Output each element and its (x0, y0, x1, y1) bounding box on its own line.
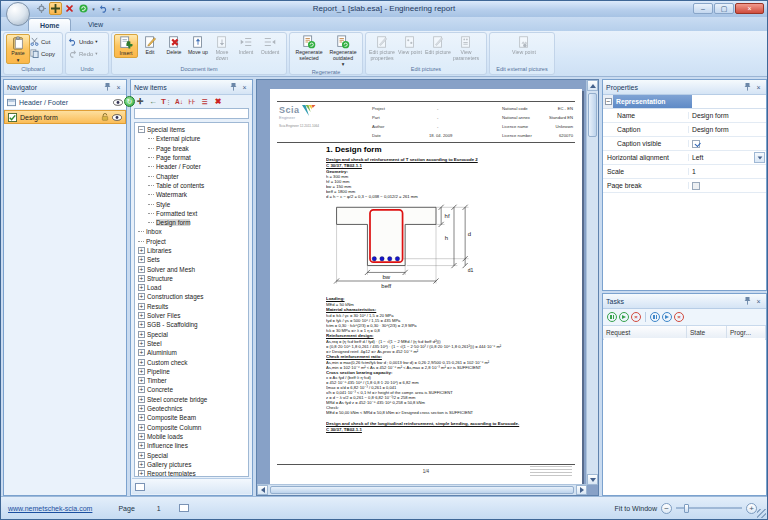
caption-visible-checkbox[interactable] (692, 140, 700, 148)
tree-item[interactable]: Watermark (135, 190, 248, 199)
sort-icon[interactable]: A↓ (174, 97, 184, 107)
tree-item[interactable]: +Influence lines (135, 441, 248, 450)
tree-item[interactable]: +Gallery pictures (135, 460, 248, 469)
pin-icon[interactable] (229, 83, 238, 92)
add-icon[interactable] (49, 2, 62, 15)
tree-item[interactable]: Style (135, 199, 248, 208)
tree-item[interactable]: +Solver and Mesh (135, 264, 248, 273)
expand-icon[interactable]: + (138, 321, 145, 328)
horizontal-scroll-thumb[interactable] (270, 486, 574, 494)
delete-icon[interactable] (63, 2, 76, 15)
expand-icon[interactable]: + (138, 312, 145, 319)
report-page[interactable]: Scia Engineer Scia Engineer 12.2011.1064… (270, 89, 582, 485)
property-value[interactable]: Left (689, 151, 766, 164)
edit-picture-properties-button[interactable]: Edit picture properties (368, 34, 396, 61)
tree-item[interactable]: Design form (135, 218, 248, 227)
expand-icon[interactable]: + (138, 396, 145, 403)
property-row[interactable]: Horizontal alignment Left (603, 151, 766, 165)
minimize-button[interactable]: – (693, 3, 713, 14)
scroll-left-button[interactable] (257, 485, 268, 495)
expand-icon[interactable]: + (138, 293, 145, 300)
expand-icon[interactable]: + (138, 256, 145, 263)
run-all-tasks-icon[interactable] (662, 312, 672, 322)
visibility-eye-icon[interactable] (112, 114, 122, 121)
collapse-icon[interactable]: − (605, 98, 612, 105)
expand-icon[interactable]: + (138, 377, 145, 384)
tree-view-icon[interactable]: ⊦⊦ (187, 97, 197, 107)
pin-icon[interactable] (103, 83, 112, 92)
more-icon[interactable]: ≡ (117, 6, 122, 12)
property-value[interactable]: Design form (689, 109, 766, 122)
close-icon[interactable]: × (240, 83, 249, 92)
tab-view[interactable]: View (77, 18, 114, 31)
scroll-down-button[interactable] (587, 474, 598, 485)
navigator-item-header-footer[interactable]: Header / Footer (4, 95, 126, 110)
tab-home[interactable]: Home (28, 18, 71, 32)
view-parameters-button[interactable]: View parameters (452, 34, 480, 61)
delete-icon[interactable]: ✖ (213, 97, 223, 107)
tree-item[interactable]: +Report templates (135, 469, 248, 477)
visibility-eye-icon[interactable] (113, 99, 123, 106)
scroll-right-button[interactable] (576, 485, 587, 495)
expand-icon[interactable]: + (138, 433, 145, 440)
undo-icon[interactable] (97, 2, 110, 15)
tree-item[interactable]: +Pipeline (135, 367, 248, 376)
tree-item[interactable]: Chapter (135, 171, 248, 180)
insert-button[interactable]: Insert (114, 34, 138, 58)
property-row[interactable]: Caption visible (603, 137, 766, 151)
tree-item[interactable]: Header / Footer (135, 162, 248, 171)
paste-button[interactable]: Paste ▾ (6, 34, 30, 64)
expand-icon[interactable]: + (138, 405, 145, 412)
tree-item[interactable]: Page break (135, 144, 248, 153)
vertical-scrollbar[interactable] (586, 80, 598, 485)
expand-icon[interactable]: + (138, 461, 145, 468)
close-icon[interactable]: × (114, 83, 123, 92)
expand-icon[interactable]: + (138, 414, 145, 421)
delete-button[interactable]: Delete (162, 34, 186, 56)
pause-all-tasks-icon[interactable] (650, 312, 660, 322)
close-button[interactable]: × (735, 3, 764, 14)
view-point-button[interactable]: View point (396, 34, 424, 56)
scroll-up-button[interactable] (587, 80, 598, 91)
cut-button[interactable]: Cut (30, 37, 55, 46)
tree-item[interactable]: Project (135, 237, 248, 246)
tree-item[interactable]: +Libraries (135, 246, 248, 255)
pin-icon[interactable] (743, 83, 752, 92)
redo-button[interactable]: Redo▾ (68, 49, 98, 58)
lock-icon[interactable] (101, 113, 109, 121)
zoom-in-button[interactable]: + (746, 503, 757, 514)
undo-button[interactable]: Undo▾ (68, 37, 98, 46)
close-icon[interactable]: × (754, 297, 763, 306)
table-icon[interactable] (179, 504, 189, 512)
indent-button[interactable]: Indent (234, 34, 258, 56)
page-break-checkbox[interactable] (692, 182, 700, 190)
zoom-slider-track[interactable] (676, 507, 742, 509)
horizontal-scrollbar[interactable] (257, 484, 587, 495)
tree-item[interactable]: Inbox (135, 227, 248, 236)
navigator-item-design-form[interactable]: Design form (4, 110, 126, 124)
cancel-task-icon[interactable]: × (631, 312, 641, 322)
property-row[interactable]: Page break (603, 179, 766, 193)
zoom-out-button[interactable]: − (661, 503, 672, 514)
table-icon[interactable] (135, 483, 145, 491)
expand-icon[interactable]: + (138, 359, 145, 366)
tree-item[interactable]: +Load (135, 283, 248, 292)
expand-icon[interactable]: + (138, 470, 145, 477)
website-link[interactable]: www.nemetschek-scia.com (8, 505, 92, 512)
office-button[interactable] (6, 2, 30, 26)
add-icon[interactable]: ✛ (135, 97, 145, 107)
property-row[interactable]: Scale 1 (603, 165, 766, 179)
pin-icon[interactable] (743, 297, 752, 306)
expand-icon[interactable]: + (138, 275, 145, 282)
tree-item[interactable]: +Composite Column (135, 423, 248, 432)
expand-icon[interactable]: + (138, 349, 145, 356)
tree-item[interactable]: External picture (135, 134, 248, 143)
close-icon[interactable]: × (754, 83, 763, 92)
tree-item[interactable]: +Special (135, 330, 248, 339)
tree-item[interactable]: +Mobile loads (135, 432, 248, 441)
tree-item[interactable]: +Structure (135, 274, 248, 283)
back-icon[interactable]: ← (148, 97, 158, 107)
property-row[interactable]: Name Design form (603, 109, 766, 123)
expand-icon[interactable]: + (138, 424, 145, 431)
expand-icon[interactable]: + (138, 331, 145, 338)
